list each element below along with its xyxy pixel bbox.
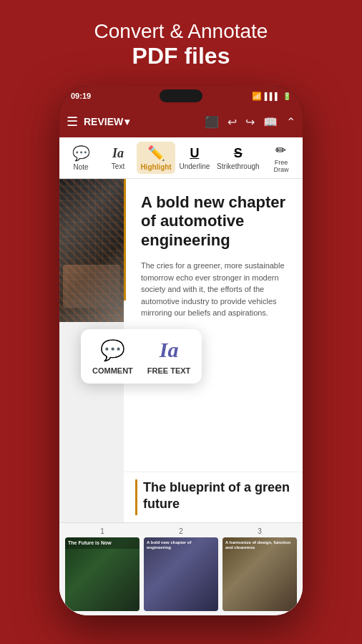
status-bar: 09:19 📶 ▌▌▌ 🔋 — [59, 86, 303, 106]
undo-icon[interactable]: ↩ — [228, 115, 237, 129]
thumb-page-2[interactable]: 2 A bold new chapter of engineering — [144, 527, 218, 611]
toolbar-title[interactable]: REVIEW ▾ — [84, 116, 129, 127]
annotation-toolbar: 💬 Note Ia Text ✏️ Highlight U Underline … — [59, 137, 303, 179]
vertical-accent-line — [124, 179, 126, 301]
highlight-icon: ✏️ — [147, 145, 165, 162]
annotation-popup: 💬 COMMENT Ia FREE TEXT — [81, 329, 202, 384]
ann-note[interactable]: 💬 Note — [62, 142, 99, 174]
text-icon: Ia — [112, 146, 124, 161]
thumb-card-2: A bold new chapter of engineering — [144, 537, 218, 611]
document-title: A bold new chapter of automotive enginee… — [135, 193, 291, 250]
status-icons: 📶 ▌▌▌ 🔋 — [252, 92, 291, 101]
blueprint-accent: The blueprint of a green future — [135, 479, 291, 515]
freedraw-label: FreeDraw — [273, 160, 288, 174]
highlight-label: Highlight — [140, 163, 171, 171]
app-toolbar: ☰ REVIEW ▾ ⬛ ↩ ↪ 📖 ⌃ — [59, 106, 303, 137]
collapse-icon[interactable]: ⌃ — [286, 115, 295, 129]
car-image — [59, 179, 124, 322]
page-num-3: 3 — [258, 527, 262, 535]
underline-label: Underline — [179, 162, 210, 170]
underline-icon: U — [190, 146, 199, 161]
note-icon: 💬 — [72, 145, 90, 162]
wifi-icon: 📶 — [252, 92, 262, 101]
save-icon[interactable]: ⬛ — [205, 115, 219, 129]
thumb-page-3[interactable]: 3 A harmonize of design, function and cl… — [222, 527, 297, 611]
thumb-card-3: A harmonize of design, function and clea… — [222, 537, 297, 611]
strikethrough-icon: S — [234, 146, 243, 161]
strikethrough-label: Strikethrough — [217, 162, 259, 170]
hero-line2: PDF files — [14, 43, 348, 69]
document-body: The cries for a greener, more sustainabl… — [135, 260, 291, 319]
freedraw-icon: ✏ — [275, 142, 286, 158]
text-label: Text — [112, 162, 124, 170]
dropdown-icon: ▾ — [124, 116, 129, 127]
book-icon[interactable]: 📖 — [263, 115, 278, 129]
comment-option[interactable]: 💬 COMMENT — [92, 338, 133, 375]
freetext-label: FREE TEXT — [147, 366, 191, 375]
blueprint-title: The blueprint of a green future — [143, 479, 291, 513]
blueprint-section: The blueprint of a green future — [124, 472, 303, 522]
freetext-icon: Ia — [160, 338, 179, 362]
thumb-page-1[interactable]: 1 The Future is Now — [65, 527, 140, 611]
content-area: A bold new chapter of automotive enginee… — [59, 179, 303, 615]
signal-icon: ▌▌▌ — [265, 92, 280, 100]
note-label: Note — [73, 163, 88, 171]
status-time: 09:19 — [71, 92, 91, 100]
phone-shell: 09:19 📶 ▌▌▌ 🔋 ☰ REVIEW ▾ ⬛ ↩ ↪ 📖 ⌃ 💬 Not… — [59, 86, 303, 615]
ann-freedraw[interactable]: ✏ FreeDraw — [263, 140, 300, 177]
comment-label: COMMENT — [92, 366, 133, 375]
hero-header: Convert & Annotate PDF files — [0, 0, 362, 82]
camera-pill — [160, 89, 202, 102]
ann-underline[interactable]: U Underline — [175, 143, 214, 173]
blueprint-bar — [135, 479, 137, 515]
toolbar-title-label: REVIEW — [84, 116, 123, 127]
ann-text[interactable]: Ia Text — [99, 143, 137, 173]
battery-icon: 🔋 — [283, 92, 291, 100]
freetext-option[interactable]: Ia FREE TEXT — [147, 338, 191, 375]
thumb-card-1: The Future is Now — [65, 537, 140, 611]
hero-line1: Convert & Annotate — [14, 20, 348, 43]
comment-icon: 💬 — [100, 338, 125, 362]
page-thumbnails: 1 The Future is Now 2 A bold new chapter… — [59, 522, 303, 615]
redo-icon[interactable]: ↪ — [245, 115, 255, 129]
toolbar-actions: ⬛ ↩ ↪ 📖 ⌃ — [205, 115, 295, 129]
page-num-2: 2 — [179, 527, 183, 535]
ann-highlight[interactable]: ✏️ Highlight — [137, 142, 175, 174]
page-num-1: 1 — [100, 527, 104, 535]
menu-icon[interactable]: ☰ — [67, 114, 78, 130]
ann-strikethrough[interactable]: S Strikethrough — [214, 143, 263, 173]
